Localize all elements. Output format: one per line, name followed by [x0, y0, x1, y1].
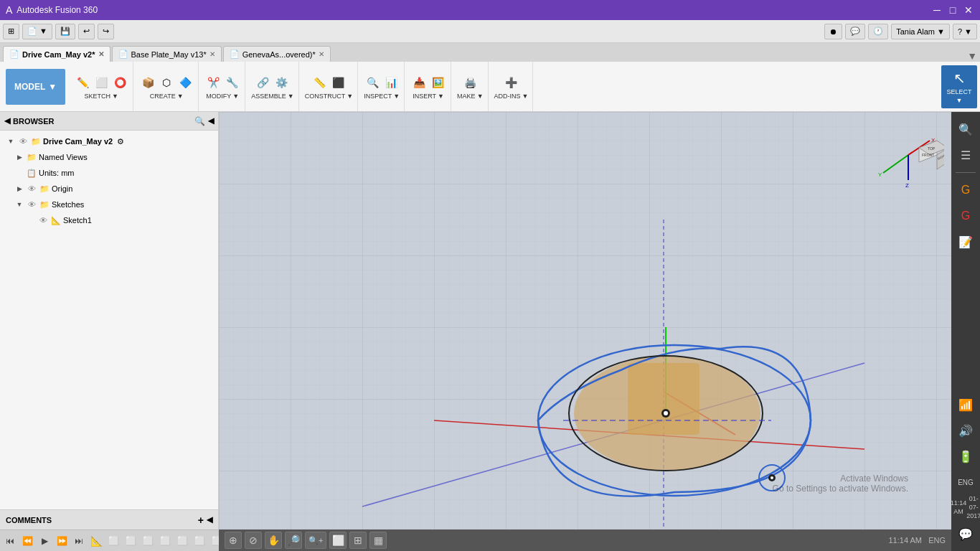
rs-search-button[interactable]: 🔍	[954, 118, 977, 141]
user-menu-button[interactable]: Tania Alam ▼	[891, 24, 950, 39]
tool-snap-button[interactable]: ⊕	[225, 532, 242, 549]
select-button[interactable]: ↖ SELECT ▼	[941, 65, 977, 108]
canvas-area[interactable]: X Y Z FRONT TOP RIGHT	[219, 112, 951, 551]
create-group[interactable]: 📦 ⬡ 🔷 CREATE▼	[135, 62, 199, 111]
tree-item-root[interactable]: ▼ 👁 📁 Drive Cam_May v2 ⚙	[0, 133, 218, 149]
tree-arrow-root: ▼	[6, 136, 16, 146]
tab-close-base-plate[interactable]: ✕	[209, 50, 215, 58]
make-group[interactable]: 🖨️ MAKE▼	[453, 62, 488, 111]
timeline-prev-button[interactable]: ⏪	[20, 534, 34, 548]
tree-arrow-origin: ▶	[14, 184, 24, 194]
insert-group[interactable]: 📥 🖼️ INSERT▼	[406, 62, 451, 111]
insert-icon-2: 🖼️	[429, 74, 446, 91]
save-button[interactable]: 💾	[55, 24, 75, 39]
new-file-button[interactable]: 📄 ▼	[22, 24, 52, 39]
rs-network-button[interactable]: 📶	[954, 393, 977, 416]
tab-geneva[interactable]: 📄 GenevaAs...overed)* ✕	[223, 46, 331, 62]
modify-group[interactable]: ✂️ 🔧 MODIFY▼	[200, 62, 245, 111]
tree-label-origin: Origin	[52, 184, 72, 193]
timeline-btn-1[interactable]: ⬜	[106, 534, 121, 548]
visibility-icon-root[interactable]: 👁	[17, 136, 29, 147]
settings-icon-root[interactable]: ⚙	[117, 137, 124, 146]
view-cube[interactable]: X Y Z FRONT TOP RIGHT	[872, 119, 944, 191]
timeline-next-button[interactable]: ⏩	[55, 534, 69, 548]
add-ins-label: ADD-INS▼	[494, 93, 529, 100]
visibility-icon-sketches[interactable]: 👁	[26, 199, 37, 210]
timeline-btn-2[interactable]: ⬜	[123, 534, 138, 548]
construct-group[interactable]: 📏 ⬛ CONSTRUCT▼	[301, 62, 358, 111]
tree-item-named-views[interactable]: ▶ 📁 Named Views	[0, 149, 218, 165]
timeline-play-button[interactable]: ▶	[37, 534, 52, 548]
tree-item-origin[interactable]: ▶ 👁 📁 Origin	[0, 181, 218, 197]
tree-item-units[interactable]: ▶ 📋 Units: mm	[0, 165, 218, 181]
redo-button[interactable]: ↪	[98, 24, 114, 39]
assemble-group[interactable]: 🔗 ⚙️ ASSEMBLE▼	[247, 62, 298, 111]
visibility-icon-sketch1[interactable]: 👁	[37, 215, 49, 226]
rs-time-display: 11:14 AM	[951, 499, 967, 516]
rs-divider-1	[956, 172, 976, 173]
rs-notification-button[interactable]: 💬	[954, 522, 977, 545]
timeline-end-button[interactable]: ⏭	[72, 534, 86, 548]
close-button[interactable]: ✕	[963, 4, 974, 16]
create-icon-hex: ⬡	[158, 74, 175, 91]
tree-item-sketch1[interactable]: ▶ 👁 📐 Sketch1	[0, 212, 218, 228]
tool-visual-button[interactable]: ▦	[369, 532, 387, 549]
tool-pan-button[interactable]: ⊘	[245, 532, 262, 549]
create-icons: 📦 ⬡ 🔷	[139, 74, 194, 91]
rs-extension-2-button[interactable]: G	[954, 204, 977, 227]
rs-volume-button[interactable]: 🔊	[954, 419, 977, 442]
tool-hand-button[interactable]: ✋	[265, 532, 282, 549]
rs-time-button[interactable]: 11:14 AM 01-07-2017	[953, 496, 979, 519]
browser-arrow-left[interactable]: ◀	[4, 116, 10, 126]
svg-point-13	[664, 411, 668, 415]
make-icon-1: 🖨️	[461, 74, 479, 91]
timeline-btn-3[interactable]: ⬜	[141, 534, 155, 548]
left-panel: ◀ BROWSER 🔍 ◀ ▼ 👁 📁 Drive Cam_May v2 ⚙ ▶…	[0, 112, 219, 551]
grid-toggle-button[interactable]: ⊞	[3, 24, 19, 39]
comments-plus-button[interactable]: +	[198, 514, 204, 526]
visibility-icon-origin[interactable]: 👁	[26, 183, 37, 194]
main-area: ◀ BROWSER 🔍 ◀ ▼ 👁 📁 Drive Cam_May v2 ⚙ ▶…	[0, 112, 980, 551]
browser-search-icon[interactable]: 🔍	[194, 116, 205, 126]
add-ins-group[interactable]: ➕ ADD-INS▼	[490, 62, 534, 111]
inspect-group[interactable]: 🔍 📊 INSPECT▼	[359, 62, 405, 111]
undo-button[interactable]: ↩	[78, 24, 95, 39]
history-button[interactable]: 🕐	[868, 24, 888, 39]
sketch-icon-pencil: ✏️	[74, 74, 91, 91]
record-button[interactable]: ⏺	[824, 24, 842, 39]
rs-taskview-button[interactable]: ☰	[954, 143, 977, 166]
maximize-button[interactable]: □	[947, 4, 958, 16]
sketch-group[interactable]: ✏️ ⬜ ⭕ SKETCH▼	[70, 62, 133, 111]
timeline-sketch-icon[interactable]: 📐	[89, 534, 103, 548]
comments-collapse-button[interactable]: ◀	[207, 515, 212, 524]
model-button[interactable]: MODEL ▼	[6, 69, 65, 105]
units-icon: 📋	[26, 167, 37, 179]
rs-battery-button[interactable]: 🔋	[954, 445, 977, 468]
rs-extension-button[interactable]: G	[954, 179, 977, 202]
tool-display-button[interactable]: ⬜	[329, 532, 347, 549]
rs-keyboard-button[interactable]: ENG	[954, 471, 977, 494]
tab-close-geneva[interactable]: ✕	[319, 50, 324, 58]
timeline-btn-6[interactable]: ⬜	[192, 534, 207, 548]
tree-item-sketches[interactable]: ▼ 👁 📁 Sketches	[0, 197, 218, 212]
timeline-btn-5[interactable]: ⬜	[175, 534, 189, 548]
tab-close-drive-cam[interactable]: ✕	[98, 50, 104, 58]
assemble-icon-1: 🔗	[255, 74, 272, 91]
svg-text:FRONT: FRONT	[922, 153, 934, 157]
timeline-start-button[interactable]: ⏮	[3, 534, 17, 548]
help-button[interactable]: ? ▼	[953, 24, 977, 39]
tool-grid-button[interactable]: ⊞	[349, 532, 367, 549]
tab-expand-button[interactable]: ▼	[967, 50, 977, 62]
timeline-btn-4[interactable]: ⬜	[158, 534, 172, 548]
tool-zoom-fit-button[interactable]: 🔍+	[305, 532, 326, 549]
browser-collapse-icon[interactable]: ◀	[208, 116, 214, 126]
make-label: MAKE▼	[457, 93, 483, 100]
minimize-button[interactable]: ─	[931, 4, 943, 16]
comment-button[interactable]: 💬	[845, 24, 865, 39]
tab-base-plate[interactable]: 📄 Base Plate_May v13* ✕	[112, 46, 222, 62]
folder-icon-origin: 📁	[39, 183, 50, 194]
tab-drive-cam[interactable]: 📄 Drive Cam_May v2* ✕	[3, 46, 110, 62]
rs-note-button[interactable]: 📝	[954, 230, 977, 253]
insert-icons: 📥 🖼️	[410, 74, 446, 91]
tool-zoom-button[interactable]: 🔎	[285, 532, 302, 549]
